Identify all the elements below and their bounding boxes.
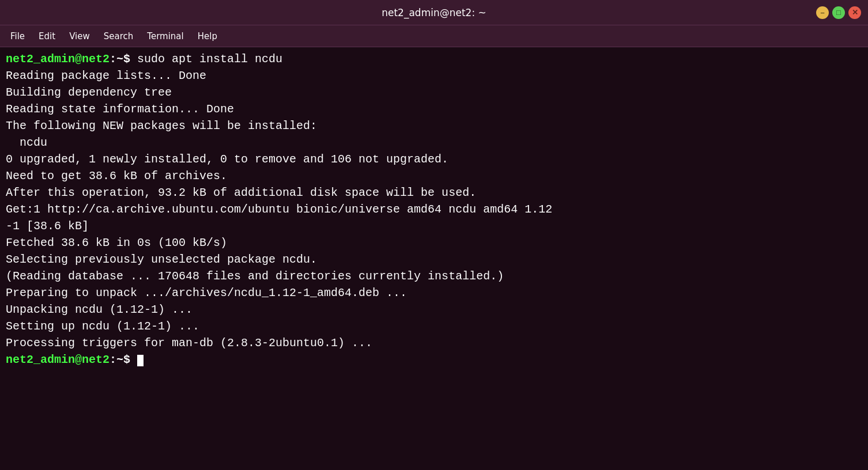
title-bar: net2_admin@net2: ~ – □ ✕ (0, 0, 868, 25)
close-button[interactable]: ✕ (848, 6, 861, 19)
terminal-line: Reading state information... Done (6, 101, 862, 117)
terminal-line: Need to get 38.6 kB of archives. (6, 168, 862, 184)
terminal-line: 0 upgraded, 1 newly installed, 0 to remo… (6, 151, 862, 168)
terminal-prompt-line: net2_admin@net2:~$ (6, 351, 862, 368)
window-title: net2_admin@net2: ~ (382, 7, 486, 18)
cursor (137, 355, 144, 366)
terminal-line: ncdu (6, 134, 862, 151)
terminal-line: The following NEW packages will be insta… (6, 117, 862, 134)
terminal-line: Setting up ncdu (1.12-1) ... (6, 318, 862, 335)
terminal-line: Unpacking ncdu (1.12-1) ... (6, 301, 862, 318)
maximize-button[interactable]: □ (832, 6, 845, 19)
prompt-separator: :~$ (110, 52, 137, 66)
terminal-body[interactable]: net2_admin@net2:~$ sudo apt install ncdu… (0, 47, 868, 470)
terminal-line: Selecting previously unselected package … (6, 251, 862, 268)
prompt: net2_admin@net2 (6, 52, 110, 66)
terminal-line: Building dependency tree (6, 84, 862, 101)
terminal-line: Processing triggers for man-db (2.8.3-2u… (6, 335, 862, 351)
terminal-line: Reading package lists... Done (6, 67, 862, 84)
menu-file[interactable]: File (5, 29, 31, 44)
terminal-line: -1 [38.6 kB] (6, 218, 862, 234)
terminal-line: Preparing to unpack .../archives/ncdu_1.… (6, 285, 862, 301)
prompt-separator: :~$ (110, 353, 137, 366)
window-controls: – □ ✕ (816, 6, 861, 19)
terminal-line: After this operation, 93.2 kB of additio… (6, 184, 862, 201)
terminal-line: (Reading database ... 170648 files and d… (6, 268, 862, 285)
prompt: net2_admin@net2 (6, 353, 110, 366)
command-text: sudo apt install ncdu (137, 52, 282, 66)
menu-help[interactable]: Help (192, 29, 223, 44)
terminal-line: net2_admin@net2:~$ sudo apt install ncdu (6, 51, 862, 67)
terminal-window: net2_admin@net2: ~ – □ ✕ File Edit View … (0, 0, 868, 470)
terminal-line: Fetched 38.6 kB in 0s (100 kB/s) (6, 234, 862, 251)
minimize-button[interactable]: – (816, 6, 829, 19)
menu-view[interactable]: View (63, 29, 96, 44)
menu-edit[interactable]: Edit (33, 29, 61, 44)
menu-terminal[interactable]: Terminal (141, 29, 189, 44)
menu-search[interactable]: Search (98, 29, 139, 44)
terminal-line: Get:1 http://ca.archive.ubuntu.com/ubunt… (6, 201, 862, 218)
menu-bar: File Edit View Search Terminal Help (0, 25, 868, 47)
